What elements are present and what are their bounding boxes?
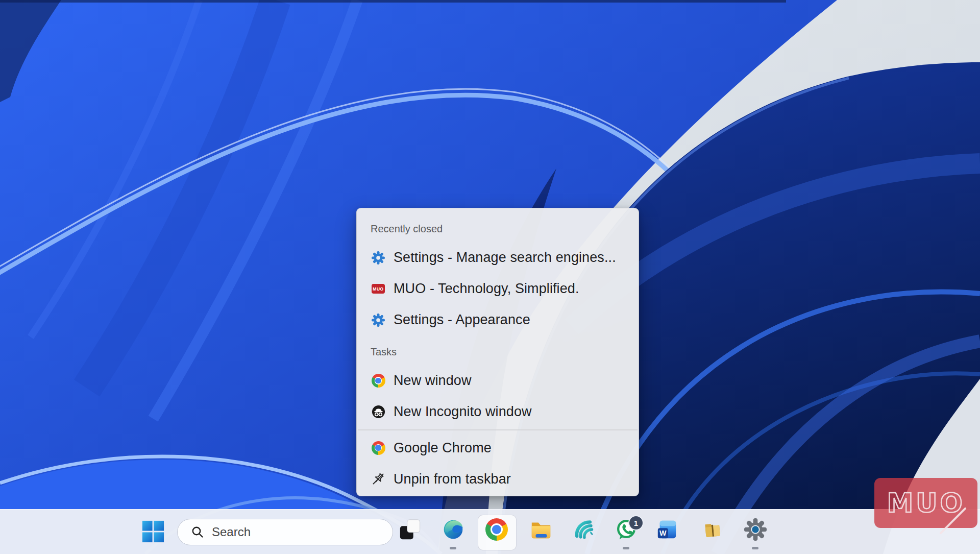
chrome-icon bbox=[371, 441, 385, 455]
muo-watermark: MUO bbox=[874, 478, 977, 528]
taskbar-search-box[interactable] bbox=[177, 519, 393, 545]
jumplist-item-label: New window bbox=[394, 373, 472, 389]
svg-text:W: W bbox=[659, 529, 667, 537]
folder-icon bbox=[701, 518, 724, 541]
jumplist-item-settings-search-engines[interactable]: Settings - Manage search engines... bbox=[357, 242, 639, 273]
muo-favicon-icon: MUO bbox=[371, 282, 385, 296]
jumplist-item-label: Settings - Manage search engines... bbox=[394, 250, 616, 266]
jumplist-item-muo[interactable]: MUO MUO - Technology, Simplified. bbox=[357, 273, 639, 304]
file-explorer-icon bbox=[529, 518, 553, 541]
jumplist-item-label: Settings - Appearance bbox=[394, 312, 530, 328]
jumplist-item-new-window[interactable]: New window bbox=[357, 365, 639, 396]
jumplist-item-label: Google Chrome bbox=[394, 440, 492, 456]
taskbar: W bbox=[0, 509, 980, 554]
desktop: Recently closed Settings - Manage search… bbox=[0, 0, 980, 554]
jumplist-item-label: MUO - Technology, Simplified. bbox=[394, 281, 579, 297]
settings-gear-icon bbox=[744, 518, 767, 541]
settings-gear-icon bbox=[371, 251, 385, 265]
settings-running-indicator bbox=[752, 547, 758, 549]
whatsapp-running-indicator bbox=[623, 547, 629, 549]
word-icon: W bbox=[655, 518, 679, 541]
wave-app-button[interactable] bbox=[571, 517, 596, 542]
edge-icon bbox=[442, 518, 464, 541]
divider bbox=[358, 429, 638, 430]
file-explorer-button[interactable] bbox=[529, 517, 553, 542]
jumplist-item-label: New Incognito window bbox=[394, 404, 532, 420]
whatsapp-notification-badge: 1 bbox=[628, 515, 644, 531]
edge-running-indicator bbox=[450, 547, 456, 549]
windows-logo-icon bbox=[141, 520, 165, 543]
settings-gear-icon bbox=[371, 313, 385, 327]
chrome-icon bbox=[485, 518, 508, 541]
jumplist-item-new-incognito-window[interactable]: New Incognito window bbox=[357, 396, 639, 427]
wave-app-icon bbox=[572, 518, 595, 541]
chrome-jump-list: Recently closed Settings - Manage search… bbox=[356, 208, 639, 496]
folder-button[interactable] bbox=[700, 517, 725, 542]
search-icon bbox=[191, 525, 204, 539]
jumplist-section-header: Recently closed bbox=[357, 215, 639, 242]
task-view-icon bbox=[398, 518, 422, 541]
muo-watermark-text: MUO bbox=[887, 488, 965, 518]
jumplist-section-header: Tasks bbox=[357, 335, 639, 365]
chrome-taskbar-button[interactable] bbox=[484, 517, 509, 542]
settings-button[interactable] bbox=[743, 517, 768, 542]
jumplist-item-label: Unpin from taskbar bbox=[394, 471, 511, 487]
search-input[interactable] bbox=[211, 524, 366, 540]
incognito-icon bbox=[371, 405, 385, 419]
start-button[interactable] bbox=[141, 520, 165, 543]
task-view-button[interactable] bbox=[398, 517, 422, 542]
jumplist-item-unpin-from-taskbar[interactable]: Unpin from taskbar bbox=[357, 464, 639, 495]
word-button[interactable]: W bbox=[655, 517, 679, 542]
unpin-icon bbox=[371, 472, 385, 486]
jumplist-item-settings-appearance[interactable]: Settings - Appearance bbox=[357, 304, 639, 335]
chrome-icon bbox=[371, 374, 385, 388]
jumplist-item-google-chrome[interactable]: Google Chrome bbox=[357, 432, 639, 464]
edge-taskbar-button[interactable] bbox=[441, 517, 465, 542]
